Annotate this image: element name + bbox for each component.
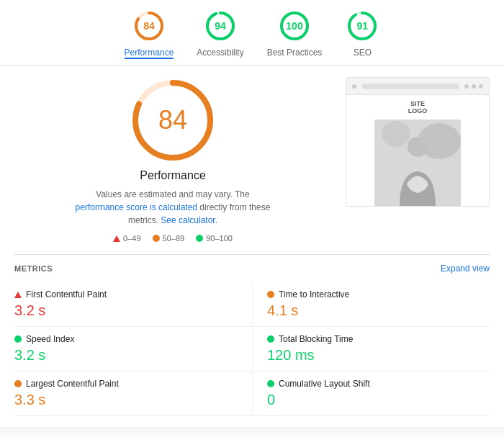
tab-label-best-practices: Best Practices: [267, 48, 323, 58]
metric-name-0: First Contentful Paint: [26, 289, 107, 299]
perf-left: 84 Performance Values are estimated and …: [14, 77, 331, 243]
metric-triangle-icon: [14, 292, 22, 298]
metric-name-2: Speed Index: [26, 334, 74, 344]
legend-red-label: 0–49: [123, 234, 140, 243]
preview-dot: [352, 84, 356, 89]
tab-label-performance: Performance: [125, 48, 174, 59]
tab-accessibility[interactable]: 94 Accessibility: [197, 9, 243, 59]
legend-red: 0–49: [113, 234, 140, 243]
perf-title: Performance: [140, 169, 206, 182]
triangle-icon: [113, 235, 120, 242]
metrics-label: METRICS: [14, 264, 53, 273]
svg-point-13: [408, 137, 428, 157]
preview-body: SITELOGO: [346, 95, 489, 206]
tab-performance[interactable]: 84 Performance: [125, 9, 174, 59]
preview-menu-icon2: [472, 84, 476, 89]
tab-label-seo: SEO: [354, 48, 372, 58]
legend-green: 90–100: [196, 234, 233, 243]
tab-seo[interactable]: 91 SEO: [345, 9, 379, 59]
preview-menu-icon: [464, 84, 469, 89]
score-circle-performance: 84: [132, 9, 166, 43]
svg-point-12: [382, 121, 410, 147]
perf-description: Values are estimated and may vary. The p…: [72, 188, 274, 227]
metric-value-1: 4.1 s: [267, 302, 490, 319]
metric-header-2: Speed Index: [14, 334, 238, 344]
metric-dot-icon: [267, 380, 274, 387]
metric-item-4: Largest Contentful Paint 3.3 s: [14, 371, 252, 416]
metric-name-5: Cumulative Layout Shift: [279, 379, 370, 389]
metric-header-1: Time to Interactive: [267, 289, 490, 299]
score-value-accessibility: 94: [215, 20, 226, 32]
metric-value-3: 120 ms: [267, 347, 490, 364]
tab-bar: 84 Performance 94 Accessibility 100 Best…: [0, 0, 504, 66]
big-score-value: 84: [158, 105, 187, 135]
preview-area: SITELOGO: [346, 77, 490, 207]
main-content: 84 Performance Values are estimated and …: [0, 66, 504, 428]
metric-name-1: Time to Interactive: [279, 289, 349, 299]
orange-dot-icon: [153, 235, 160, 242]
metric-item-3: Total Blocking Time 120 ms: [252, 327, 490, 371]
preview-menu-icon3: [479, 84, 483, 89]
metric-header-3: Total Blocking Time: [267, 334, 490, 344]
legend-orange-label: 50–89: [163, 234, 185, 243]
metric-value-5: 0: [267, 392, 490, 408]
score-circle-seo: 91: [345, 9, 379, 43]
legend: 0–49 50–89 90–100: [113, 234, 233, 243]
metric-dot-icon: [14, 335, 22, 343]
score-circle-accessibility: 94: [203, 9, 238, 43]
tab-best-practices[interactable]: 100 Best Practices: [267, 9, 323, 59]
calculator-link[interactable]: See calculator.: [161, 215, 217, 225]
metric-name-4: Largest Contentful Paint: [26, 379, 119, 389]
perf-section: 84 Performance Values are estimated and …: [14, 77, 490, 243]
section-divider: [14, 254, 490, 255]
metric-name-3: Total Blocking Time: [279, 334, 353, 344]
score-value-performance: 84: [143, 20, 155, 32]
score-value-best-practices: 100: [286, 20, 302, 32]
metric-dot-icon: [14, 380, 22, 387]
legend-orange: 50–89: [153, 234, 185, 243]
perf-score-link[interactable]: performance score is calculated: [76, 202, 197, 212]
tab-label-accessibility: Accessibility: [197, 48, 243, 58]
metric-item-5: Cumulative Layout Shift 0: [252, 371, 490, 416]
metric-dot-icon: [267, 291, 274, 298]
metric-value-2: 3.2 s: [14, 347, 238, 364]
preview-logo: SITELOGO: [408, 101, 428, 115]
score-circle-best-practices: 100: [277, 9, 312, 43]
legend-green-label: 90–100: [206, 234, 233, 243]
preview-header: [346, 78, 489, 95]
metrics-header: METRICS Expand view: [14, 263, 490, 274]
metric-item-1: Time to Interactive 4.1 s: [252, 282, 490, 327]
footer: 📋 Captured at Feb 28, 2023, 8:53 AM PST …: [0, 428, 504, 437]
green-dot-icon: [196, 235, 203, 242]
preview-url-bar: [362, 84, 459, 89]
score-value-seo: 91: [357, 20, 369, 32]
metric-item-0: First Contentful Paint 3.2 s: [14, 282, 252, 327]
preview-image: [374, 120, 461, 206]
metric-item-2: Speed Index 3.2 s: [14, 327, 252, 371]
person-svg: [374, 120, 461, 206]
metric-header-5: Cumulative Layout Shift: [267, 379, 490, 389]
big-score-circle: 84: [130, 77, 216, 163]
metric-value-4: 3.3 s: [14, 392, 238, 408]
metric-header-4: Largest Contentful Paint: [14, 379, 238, 389]
metric-value-0: 3.2 s: [14, 302, 238, 319]
metrics-grid: First Contentful Paint 3.2 s Time to Int…: [14, 282, 490, 416]
expand-view-link[interactable]: Expand view: [441, 263, 490, 274]
metric-dot-icon: [267, 335, 274, 343]
metric-header-0: First Contentful Paint: [14, 289, 238, 299]
